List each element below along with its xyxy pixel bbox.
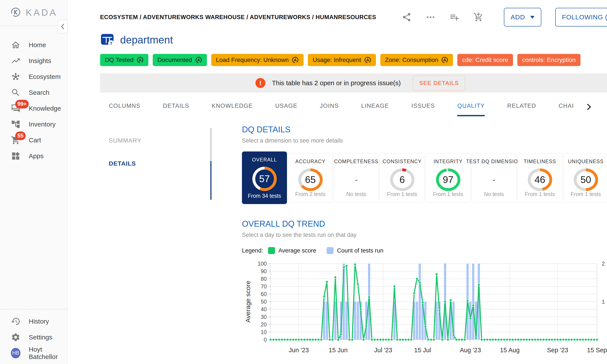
add-button[interactable]: ADD	[504, 8, 541, 26]
dq-card-timeliness[interactable]: TIMELINESS 46 From 1 tests	[517, 153, 562, 202]
svg-text:T: T	[110, 41, 112, 46]
tab-related[interactable]: RELATED	[507, 103, 536, 116]
sidebar-item-history[interactable]: History	[0, 313, 68, 329]
tab-issues[interactable]: ISSUES	[411, 103, 435, 116]
cart-badge: 55	[15, 131, 26, 140]
legend-swatch-green	[268, 247, 275, 254]
tab-quality[interactable]: QUALITY	[457, 103, 485, 116]
tag-cde[interactable]: cde: Credit score	[457, 54, 513, 66]
subnav-summary[interactable]: SUMMARY	[109, 137, 210, 144]
warning-icon: !	[255, 78, 265, 88]
dq-score-ring: 97	[436, 169, 460, 191]
playlist-add-icon[interactable]	[450, 12, 459, 22]
svg-text:90: 90	[261, 268, 267, 274]
tab-columns[interactable]: COLUMNS	[109, 103, 140, 116]
dq-score-ring: -	[344, 169, 369, 191]
share-icon[interactable]	[402, 12, 412, 22]
dq-card-integrity[interactable]: INTEGRITY 97 From 1 tests	[426, 153, 470, 202]
auto-tag-icon: A	[195, 56, 202, 64]
dq-trend-heading: OVERALL DQ TREND	[242, 219, 607, 229]
more-options-icon[interactable]	[426, 12, 436, 22]
legend-count-tests: Count of tests run	[327, 247, 383, 254]
tabs-scroll-right-icon[interactable]	[586, 103, 592, 116]
tab-changes-truncated[interactable]: CHAI	[558, 103, 574, 116]
svg-text:Jul '23: Jul '23	[374, 347, 392, 353]
add-to-cart-icon[interactable]	[473, 12, 483, 22]
svg-text:60: 60	[261, 291, 267, 297]
kada-logo-icon	[10, 7, 21, 19]
svg-text:Average score: Average score	[244, 281, 251, 323]
hub-icon	[11, 72, 20, 81]
tag-chips: DQ Tested A Documented A Load Frequency:…	[100, 54, 607, 66]
brand-name: KADA	[26, 7, 57, 18]
tab-lineage[interactable]: LINEAGE	[361, 103, 389, 116]
svg-text:A: A	[366, 58, 369, 62]
auto-tag-icon: A	[441, 56, 448, 64]
dq-card-uniqueness[interactable]: UNIQUENESS 50 From 1 tests	[563, 153, 607, 202]
tab-joins[interactable]: JOINS	[320, 103, 339, 116]
tab-knowledge[interactable]: KNOWLEDGE	[212, 103, 253, 116]
see-details-button[interactable]: SEE DETAILS	[413, 76, 465, 91]
sidebar: KADA Home Insights	[0, 0, 68, 364]
tag-documented[interactable]: Documented A	[153, 54, 207, 66]
svg-text:A: A	[443, 58, 446, 62]
sidebar-item-cart[interactable]: 55 Cart	[0, 132, 68, 148]
sidebar-item-insights[interactable]: Insights	[0, 53, 68, 69]
tag-load-frequency[interactable]: Load Frequency: Unknown A	[211, 54, 304, 66]
user-name: Hoyt Batchellor	[29, 346, 68, 361]
dq-card-accuracy[interactable]: ACCURACY 65 From 2 tests	[288, 153, 333, 202]
tag-zone[interactable]: Zone: Consumption A	[380, 54, 453, 66]
main-content: ECOSYSTEM / ADVENTUREWORKS WAREHOUSE / A…	[68, 0, 607, 364]
quality-subnav: SUMMARY DETAILS	[100, 125, 211, 364]
svg-text:Jun '23: Jun '23	[289, 347, 309, 353]
issues-alert-banner: ! This table has 2 open or in progress i…	[100, 73, 607, 92]
svg-text:15 Jul: 15 Jul	[414, 347, 431, 353]
dq-score-ring: 65	[298, 169, 323, 191]
dq-card-consistency[interactable]: CONSISTENCY 6 From 1 tests	[380, 153, 425, 202]
svg-text:20: 20	[261, 321, 267, 327]
caret-down-icon	[530, 16, 535, 19]
dq-trend-chart[interactable]: 0102030405060708090100Jun '2315 JunJul '…	[242, 258, 607, 364]
gear-icon	[11, 333, 20, 342]
dq-details-subtitle: Select a dimension to see more details	[242, 137, 607, 144]
sidebar-item-apps[interactable]: Apps	[0, 148, 68, 164]
table-icon: T	[100, 32, 114, 47]
tag-controls[interactable]: controls: Encryption	[517, 54, 580, 66]
svg-text:A: A	[139, 58, 142, 62]
svg-text:A: A	[197, 58, 200, 62]
sidebar-item-inventory[interactable]: Inventory	[0, 116, 68, 132]
sidebar-collapse-button[interactable]	[57, 20, 68, 33]
sidebar-item-knowledge[interactable]: 99+ Knowledge	[0, 100, 68, 116]
dq-score-ring: 46	[528, 169, 552, 191]
tab-usage[interactable]: USAGE	[275, 103, 297, 116]
user-menu[interactable]: HB Hoyt Batchellor	[0, 345, 68, 361]
avatar: HB	[11, 348, 20, 358]
following-button[interactable]: FOLLOWING (1)	[555, 8, 607, 26]
sidebar-item-ecosystem[interactable]: Ecosystem	[0, 69, 68, 85]
dq-details-heading: DQ DETAILS	[242, 125, 607, 134]
sidebar-nav: Home Insights	[0, 37, 68, 164]
auto-tag-icon: A	[292, 56, 299, 64]
tab-details[interactable]: DETAILS	[163, 103, 189, 116]
dq-card-completeness[interactable]: COMPLETENESS - No tests	[334, 153, 379, 202]
home-icon	[11, 40, 20, 50]
header-actions: ADD FOLLOWING (1)	[402, 8, 607, 26]
sidebar-divider	[0, 26, 68, 26]
sidebar-item-settings[interactable]: Settings	[0, 329, 68, 345]
legend-swatch-blue	[327, 247, 333, 254]
auto-tag-icon: A	[137, 56, 144, 64]
svg-text:15 Jun: 15 Jun	[329, 347, 348, 353]
widgets-icon	[11, 151, 20, 161]
dq-card-overall[interactable]: OVERALL 57 From 34 tests	[242, 152, 287, 204]
breadcrumb[interactable]: ECOSYSTEM / ADVENTUREWORKS WAREHOUSE / A…	[100, 14, 376, 21]
subnav-details[interactable]: DETAILS	[109, 160, 210, 167]
tag-dq-tested[interactable]: DQ Tested A	[100, 54, 148, 66]
legend-title: Legend:	[242, 247, 263, 254]
tag-usage[interactable]: Usage: Infrequent A	[308, 54, 376, 66]
sidebar-item-home[interactable]: Home	[0, 37, 68, 53]
sidebar-item-search[interactable]: Search	[0, 85, 68, 100]
knowledge-badge: 99+	[15, 100, 29, 108]
sidebar-footer-divider	[0, 309, 68, 310]
dq-card-test-dq-dimension[interactable]: TEST DQ DIMENSION - No tests	[471, 153, 516, 202]
svg-text:10: 10	[261, 329, 267, 335]
